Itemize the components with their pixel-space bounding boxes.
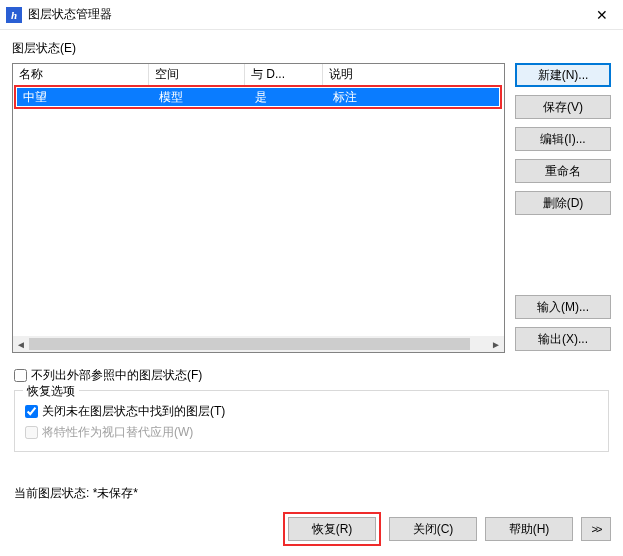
external-ref-checkbox-row: 不列出外部参照中的图层状态(F)	[14, 367, 611, 384]
cell-desc: 标注	[327, 88, 499, 107]
new-button[interactable]: 新建(N)...	[515, 63, 611, 87]
turnoff-missing-row: 关闭未在图层状态中找到的图层(T)	[25, 403, 600, 420]
col-header-description[interactable]: 说明	[323, 64, 504, 85]
save-button[interactable]: 保存(V)	[515, 95, 611, 119]
titlebar: h 图层状态管理器 ✕	[0, 0, 623, 30]
delete-button[interactable]: 删除(D)	[515, 191, 611, 215]
help-button[interactable]: 帮助(H)	[485, 517, 573, 541]
scroll-right-icon[interactable]: ►	[488, 336, 504, 352]
table-row[interactable]: 中望 模型 是 标注	[17, 88, 499, 106]
col-header-name[interactable]: 名称	[13, 64, 149, 85]
import-button[interactable]: 输入(M)...	[515, 295, 611, 319]
export-button[interactable]: 输出(X)...	[515, 327, 611, 351]
table-header: 名称 空间 与 D... 说明	[13, 64, 504, 84]
cell-space: 模型	[153, 88, 249, 107]
expand-button[interactable]: >>	[581, 517, 611, 541]
scroll-left-icon[interactable]: ◄	[13, 336, 29, 352]
scroll-track[interactable]	[29, 336, 488, 352]
turnoff-missing-checkbox[interactable]	[25, 405, 38, 418]
current-state-status: 当前图层状态: *未保存*	[12, 485, 611, 502]
viewport-override-checkbox	[25, 426, 38, 439]
turnoff-missing-label: 关闭未在图层状态中找到的图层(T)	[42, 403, 225, 420]
app-icon: h	[6, 7, 22, 23]
layer-states-label: 图层状态(E)	[12, 40, 611, 57]
external-ref-label: 不列出外部参照中的图层状态(F)	[31, 367, 202, 384]
status-value: *未保存*	[93, 486, 138, 500]
window-title: 图层状态管理器	[28, 6, 581, 23]
restore-highlight-box: 恢复(R)	[283, 512, 381, 546]
col-header-same-as-dwg[interactable]: 与 D...	[245, 64, 323, 85]
rename-button[interactable]: 重命名	[515, 159, 611, 183]
cell-name: 中望	[17, 88, 153, 107]
close-button[interactable]: 关闭(C)	[389, 517, 477, 541]
restore-button[interactable]: 恢复(R)	[288, 517, 376, 541]
layer-states-table[interactable]: 名称 空间 与 D... 说明 中望 模型 是 标注 ◄	[12, 63, 505, 353]
col-header-space[interactable]: 空间	[149, 64, 245, 85]
viewport-override-label: 将特性作为视口替代应用(W)	[42, 424, 193, 441]
viewport-override-row: 将特性作为视口替代应用(W)	[25, 424, 600, 441]
scroll-thumb[interactable]	[29, 338, 470, 350]
edit-button[interactable]: 编辑(I)...	[515, 127, 611, 151]
horizontal-scrollbar[interactable]: ◄ ►	[13, 336, 504, 352]
close-icon[interactable]: ✕	[581, 1, 623, 29]
highlight-box: 中望 模型 是 标注	[14, 85, 502, 109]
restore-options-fieldset: 恢复选项 关闭未在图层状态中找到的图层(T) 将特性作为视口替代应用(W)	[14, 390, 609, 452]
status-prefix: 当前图层状态:	[14, 486, 93, 500]
external-ref-checkbox[interactable]	[14, 369, 27, 382]
restore-options-legend: 恢复选项	[23, 383, 79, 400]
cell-dd: 是	[249, 88, 327, 107]
